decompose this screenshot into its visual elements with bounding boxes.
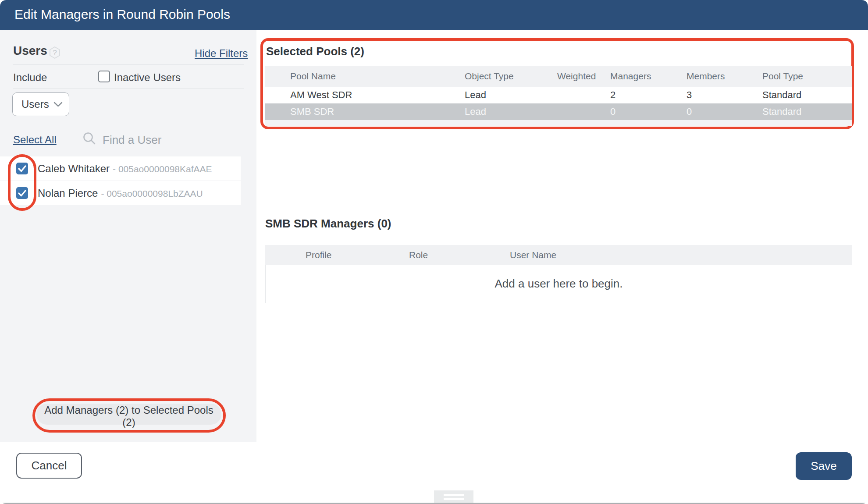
pool-object-type: Lead (465, 103, 486, 120)
column-header: Profile (306, 245, 332, 265)
column-header: Members (687, 66, 725, 87)
pool-type: Standard (762, 87, 801, 103)
inactive-users-label: Inactive Users (114, 71, 181, 84)
pool-managers-table: Profile Role User Name Add a user here t… (265, 245, 852, 303)
user-checkbox-checked[interactable] (16, 187, 28, 199)
include-label: Include (13, 71, 47, 84)
users-panel-title: Users (13, 44, 47, 58)
column-header: Weighted (557, 66, 596, 87)
pool-name: AM West SDR (290, 87, 352, 103)
column-header: Object Type (465, 66, 514, 87)
pool-managers-title: SMB SDR Managers (0) (265, 217, 391, 231)
pools-table-header: Pool Name Object Type Weighted Managers … (265, 66, 852, 87)
users-panel (0, 30, 256, 442)
search-input[interactable] (102, 131, 209, 148)
column-header: Pool Type (762, 66, 803, 87)
cancel-button[interactable]: Cancel (16, 453, 82, 479)
selected-pools-table: Pool Name Object Type Weighted Managers … (265, 66, 852, 126)
user-name: Caleb Whitaker (38, 163, 110, 174)
pool-row[interactable]: AM West SDR Lead 2 3 Standard (265, 87, 852, 103)
divider (13, 88, 244, 89)
column-header: Pool Name (290, 66, 336, 87)
check-icon (16, 163, 28, 174)
chevron-down-icon (53, 102, 63, 107)
pool-managers: 2 (610, 87, 615, 103)
users-type-dropdown[interactable]: Users (12, 92, 69, 116)
svg-text:?: ? (53, 49, 57, 57)
add-managers-button[interactable]: Add Managers (2) to Selected Pools (2) (36, 404, 221, 425)
pools-table-footer-strip (265, 120, 852, 126)
drag-handle[interactable] (434, 490, 473, 503)
drag-handle-bar (444, 498, 464, 500)
edit-managers-modal: Edit Managers in Round Robin Pools Users… (0, 0, 868, 504)
user-name: Nolan Pierce (38, 187, 98, 199)
pool-type: Standard (762, 103, 801, 120)
pool-managers: 0 (610, 103, 615, 120)
check-icon (16, 187, 28, 199)
inactive-users-checkbox[interactable] (98, 71, 110, 82)
search-icon (82, 131, 96, 147)
selected-pools-title: Selected Pools (2) (266, 45, 364, 58)
select-all-link[interactable]: Select All (13, 134, 57, 146)
pool-name: SMB SDR (290, 103, 334, 120)
user-row[interactable]: Caleb Whitaker- 005ao0000098KafAAE (0, 156, 241, 181)
users-type-dropdown-value: Users (21, 98, 53, 110)
save-button[interactable]: Save (796, 452, 852, 480)
user-checkbox-checked[interactable] (16, 163, 28, 174)
modal-title: Edit Managers in Round Robin Pools (0, 0, 868, 29)
empty-message: Add a user here to begin. (495, 277, 623, 291)
hide-filters-link[interactable]: Hide Filters (195, 47, 248, 60)
column-header: Managers (610, 66, 651, 87)
managers-empty-state: Add a user here to begin. (265, 265, 852, 303)
managers-table-header: Profile Role User Name (265, 245, 852, 265)
user-list: Caleb Whitaker- 005ao0000098KafAAE Nolan… (0, 156, 241, 205)
column-header: Role (409, 245, 428, 265)
pool-object-type: Lead (465, 87, 486, 103)
pool-members: 3 (687, 87, 692, 103)
divider (13, 64, 244, 65)
pool-members: 0 (687, 103, 692, 120)
user-id: - 005ao0000098KafAAE (113, 164, 212, 174)
column-header: User Name (510, 245, 556, 265)
modal-header: Edit Managers in Round Robin Pools (0, 0, 868, 30)
pool-row-selected[interactable]: SMB SDR Lead 0 0 Standard (265, 103, 852, 120)
user-row[interactable]: Nolan Pierce- 005ao0000098LbZAAU (0, 181, 241, 205)
drag-handle-bar (444, 494, 464, 496)
user-id: - 005ao0000098LbZAAU (101, 188, 203, 199)
help-icon[interactable]: ? (49, 46, 60, 60)
